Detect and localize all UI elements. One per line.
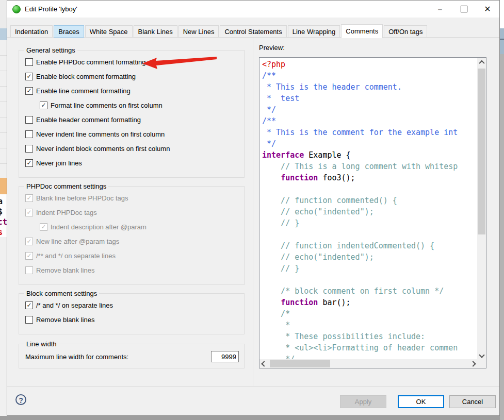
help-button[interactable]: ?	[15, 394, 26, 405]
code-line: */	[262, 104, 477, 115]
checkbox-enable-block-comment-formatting[interactable]: ✓	[25, 73, 33, 80]
code-line: interface Example {	[262, 149, 477, 161]
background-window-left-sliver: a$cts	[0, 0, 7, 416]
scroll-right-button[interactable]	[468, 359, 477, 368]
tab-blank-lines[interactable]: Blank Lines	[134, 25, 177, 38]
checkbox-row-format-line-comments-on-first-column: ✓Format line comments on first column	[40, 100, 239, 110]
code-line: * These possibilities include:	[262, 331, 477, 342]
code-line: function bar();	[262, 297, 477, 308]
left-sliver-segment	[0, 237, 7, 416]
checkbox-blank-line-before-phpdoc-tags: ✓	[25, 194, 33, 202]
code-line: // function commented() {	[262, 195, 477, 206]
tab-bar: IndentationBracesWhite SpaceBlank LinesN…	[10, 24, 428, 38]
left-sliver-segment	[0, 28, 7, 40]
line-width-row: Maximum line width for comments:	[25, 350, 239, 363]
checkbox-label: New line after @param tags	[36, 238, 119, 245]
ok-button[interactable]: OK	[398, 395, 444, 408]
window-title: Edit Profile 'lyboy'	[25, 5, 77, 13]
left-sliver-segment	[0, 0, 7, 28]
code-line: * test	[262, 93, 477, 104]
maximize-button[interactable]	[452, 1, 476, 18]
app-icon	[12, 5, 21, 13]
checkbox-row-never-indent-block-comments-on-first-column: Never indent block comments on first col…	[25, 143, 239, 154]
tab-control-statements[interactable]: Control Statements	[220, 25, 286, 38]
checkbox-never-indent-line-comments-on-first-column[interactable]	[25, 130, 33, 138]
code-line	[262, 183, 477, 195]
background-window-right-sliver	[500, 0, 504, 420]
chevron-left-icon	[261, 361, 267, 366]
checkbox-and-on-separate-lines[interactable]: ✓	[25, 301, 33, 309]
close-button[interactable]: ✕	[476, 1, 499, 18]
tab-comments[interactable]: Comments	[341, 24, 383, 38]
code-line: * This is the comment for the example in…	[262, 127, 477, 138]
desktop: a$cts Edit Profile 'lyboy' – ✕ Indentati…	[0, 0, 504, 420]
checkbox-row-blank-line-before-phpdoc-tags: ✓Blank line before PHPDoc tags	[25, 193, 239, 203]
checkbox-enable-phpdoc-comment-formatting[interactable]	[25, 58, 33, 66]
vertical-scroll-thumb[interactable]	[478, 69, 485, 234]
tab-off-on-tags[interactable]: Off/On tags	[384, 25, 427, 38]
right-sliver-segment	[500, 0, 504, 28]
group-title: Line width	[24, 340, 59, 348]
tab-line-wrapping[interactable]: Line Wrapping	[288, 25, 340, 38]
checkbox-indent-description-after-param: ✓	[40, 223, 47, 231]
group-phpdoc-comment-settings: PHPDoc comment settings✓Blank line befor…	[19, 186, 245, 285]
annotation-arrow-icon	[140, 54, 219, 73]
maximize-icon	[461, 6, 467, 12]
checkbox-row-remove-blank-lines: Remove blank lines	[25, 314, 239, 325]
checkbox-enable-header-comment-formatting[interactable]	[25, 116, 33, 124]
window-controls: – ✕	[428, 1, 499, 18]
line-width-input[interactable]	[211, 351, 239, 362]
code-line: *	[262, 320, 477, 331]
line-width-label: Maximum line width for comments:	[25, 353, 128, 361]
tab-new-lines[interactable]: New Lines	[178, 25, 219, 38]
code-line: /* block comment on first column */	[262, 285, 477, 297]
background-code-fragment: a	[0, 197, 7, 206]
scroll-up-button[interactable]	[477, 58, 486, 66]
checkbox-label: Enable line comment formatting	[36, 87, 131, 95]
checkbox-remove-blank-lines	[25, 266, 33, 274]
checkbox-label: Indent description after @param	[51, 223, 147, 231]
checkbox-row-indent-description-after-param: ✓Indent description after @param	[40, 222, 239, 232]
footer-rule	[7, 386, 499, 387]
checkbox-row-never-indent-line-comments-on-first-column: Never indent line comments on first colu…	[25, 129, 239, 139]
tab-indentation[interactable]: Indentation	[10, 25, 53, 38]
checkbox-label: Never indent line comments on first colu…	[36, 130, 165, 138]
checkbox-label: Enable header comment formatting	[36, 116, 141, 124]
title-bar[interactable]: Edit Profile 'lyboy' – ✕	[7, 1, 499, 18]
minimize-button[interactable]: –	[428, 1, 452, 18]
code-line	[262, 229, 477, 240]
edit-profile-dialog: Edit Profile 'lyboy' – ✕ IndentationBrac…	[7, 0, 500, 416]
checkbox-enable-line-comment-formatting[interactable]: ✓	[25, 87, 33, 95]
code-line: // }	[262, 263, 477, 274]
scroll-down-button[interactable]	[477, 350, 486, 359]
checkbox-never-join-lines[interactable]: ✓	[25, 159, 33, 167]
right-sliver-scrollbar	[500, 28, 504, 39]
code-line: // This is a long comment with whitesp	[262, 161, 477, 172]
checkbox-remove-blank-lines[interactable]	[25, 316, 33, 324]
apply-button: Apply	[340, 395, 386, 408]
checkbox-never-indent-block-comments-on-first-column[interactable]	[25, 145, 33, 153]
checkbox-row-new-line-after-param-tags: ✓New line after @param tags	[25, 236, 239, 246]
code-line: // echo("indented");	[262, 206, 477, 217]
checkbox-row-never-join-lines: ✓Never join lines	[25, 158, 239, 168]
code-line: // echo("indented");	[262, 251, 477, 263]
vertical-scrollbar[interactable]	[477, 58, 486, 359]
scroll-left-button[interactable]	[259, 359, 268, 368]
checkbox-row-remove-blank-lines: Remove blank lines	[25, 265, 239, 275]
checkbox-format-line-comments-on-first-column[interactable]: ✓	[40, 102, 47, 109]
cancel-button[interactable]: Cancel	[449, 395, 496, 408]
group-title: Block comment settings	[24, 290, 99, 297]
horizontal-scroll-thumb[interactable]	[270, 360, 330, 367]
chevron-down-icon	[479, 352, 484, 358]
code-line: // function indentedCommented() {	[262, 240, 477, 251]
tab-braces[interactable]: Braces	[54, 25, 84, 38]
checkbox-label: Remove blank lines	[36, 266, 94, 274]
group-block-comment-settings: Block comment settings✓/* and */ on sepa…	[19, 293, 245, 334]
preview-box: <?php/** * This is the header comment. *…	[259, 57, 486, 368]
scrollbar-corner	[477, 359, 486, 368]
background-code-fragment: ct	[0, 217, 7, 227]
code-line: * This is the header comment.	[262, 81, 477, 93]
tab-white-space[interactable]: White Space	[85, 25, 133, 38]
horizontal-scrollbar[interactable]	[259, 359, 477, 368]
left-sliver-highlight	[0, 178, 7, 194]
